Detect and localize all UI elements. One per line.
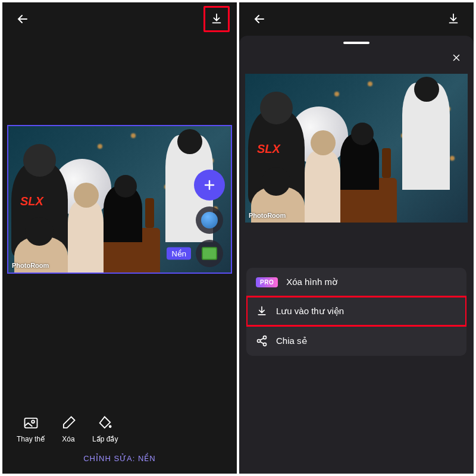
share-label: Chia sẻ (276, 336, 307, 346)
arrow-left-icon (15, 12, 30, 26)
image-canvas[interactable]: SLX PhotoRoom Nền (7, 125, 232, 274)
watermark-text-right: PhotoRoom (249, 212, 286, 219)
top-bar-right (239, 2, 474, 36)
background-layer-label: Nền (167, 248, 191, 260)
fill-tool[interactable]: Lấp đầy (92, 415, 118, 443)
eraser-icon (60, 415, 77, 431)
share-icon (256, 335, 268, 347)
svg-point-1 (32, 420, 35, 423)
svg-point-2 (109, 425, 112, 428)
remove-watermark-label: Xóa hình mờ (286, 277, 337, 287)
share-option[interactable]: Chia sẻ (246, 326, 466, 356)
bucket-icon (97, 415, 114, 431)
plus-icon (202, 178, 217, 192)
preview-photo: SLX PhotoRoom (245, 74, 468, 223)
back-button[interactable] (10, 6, 36, 32)
tshirt-logo: SLX (257, 142, 280, 156)
subject-layer-button[interactable] (196, 206, 223, 234)
arrow-left-icon (252, 12, 267, 26)
close-sheet-button[interactable] (447, 49, 465, 67)
replace-tool[interactable]: Thay thế (17, 415, 45, 443)
top-bar (2, 2, 237, 36)
export-options-list: PRO Xóa hình mờ Lưu vào thư viện Chia sẻ (246, 268, 466, 356)
save-to-library-option[interactable]: Lưu vào thư viện (246, 296, 466, 326)
save-to-library-label: Lưu vào thư viện (276, 306, 344, 317)
back-button-right[interactable] (246, 6, 273, 32)
canvas-area: SLX PhotoRoom Nền (2, 36, 237, 474)
delete-tool[interactable]: Xóa (60, 415, 77, 443)
export-screen: SLX PhotoRoom PRO Xóa hình mờ Lưu vào th… (239, 2, 474, 474)
download-button[interactable] (203, 6, 230, 32)
export-sheet: SLX PhotoRoom PRO Xóa hình mờ Lưu vào th… (239, 36, 474, 474)
background-layer-button[interactable]: Nền (196, 240, 223, 267)
watermark-text: PhotoRoom (12, 262, 49, 269)
image-icon (23, 415, 39, 431)
download-icon (210, 12, 223, 26)
sheet-handle[interactable] (343, 42, 369, 44)
remove-watermark-option[interactable]: PRO Xóa hình mờ (246, 268, 466, 296)
delete-label: Xóa (62, 435, 74, 443)
tshirt-logo: SLX (20, 195, 43, 208)
editor-screen: SLX PhotoRoom Nền (2, 2, 237, 474)
download-icon (447, 12, 460, 26)
svg-point-4 (258, 340, 261, 343)
svg-rect-0 (24, 418, 37, 428)
layer-fab-stack: Nền (194, 170, 225, 267)
editing-mode-label: CHỈNH SỬA: NỀN (2, 454, 237, 474)
preview-image-wrap: SLX PhotoRoom (245, 74, 468, 223)
download-button-right[interactable] (440, 6, 466, 32)
fill-label: Lấp đầy (92, 435, 118, 443)
svg-point-3 (264, 336, 267, 339)
background-thumb-icon (202, 247, 217, 260)
close-icon (451, 52, 462, 63)
pro-badge: PRO (256, 277, 278, 287)
download-icon (256, 305, 268, 317)
svg-point-5 (264, 343, 267, 346)
add-layer-button[interactable] (194, 170, 225, 201)
bottom-toolbar: Thay thế Xóa Lấp đầy (2, 415, 237, 454)
replace-label: Thay thế (17, 435, 45, 443)
subject-thumb-icon (201, 212, 218, 228)
